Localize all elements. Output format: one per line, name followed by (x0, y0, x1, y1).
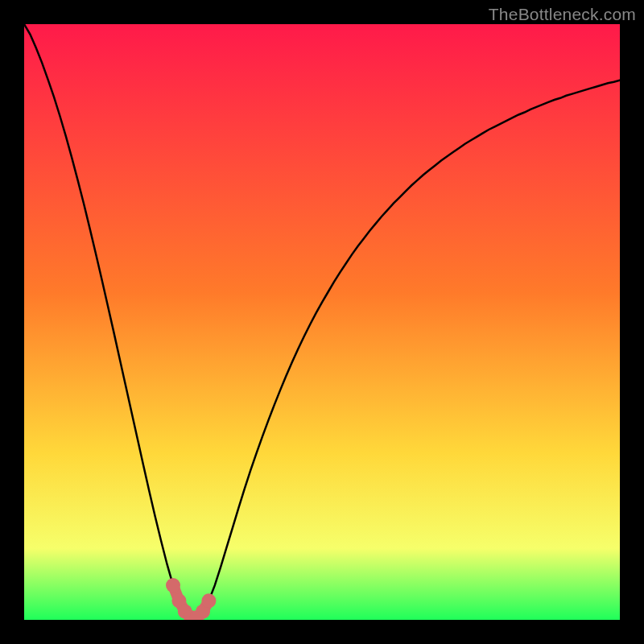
gradient-background (24, 24, 620, 620)
marker-dot (201, 593, 216, 608)
watermark-text: TheBottleneck.com (489, 5, 636, 24)
bottleneck-chart (24, 24, 620, 620)
marker-dot (166, 578, 180, 592)
image-frame: TheBottleneck.com (0, 0, 644, 644)
